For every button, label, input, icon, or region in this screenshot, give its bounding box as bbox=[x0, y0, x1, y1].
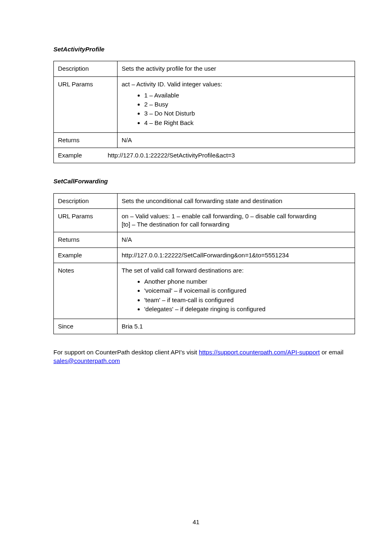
row-value: http://127.0.0.1:22222/SetCallForwarding… bbox=[118, 247, 355, 263]
table-setcallforwarding: Description Sets the unconditional call … bbox=[53, 193, 355, 335]
row-label: URL Params bbox=[54, 208, 118, 232]
table-row: Example http://127.0.0.1:22222/SetActivi… bbox=[54, 148, 355, 163]
row-value: N/A bbox=[118, 132, 355, 148]
row-value: The set of valid call forward destinatio… bbox=[118, 263, 355, 319]
table-row: Returns N/A bbox=[54, 132, 355, 148]
list-item: 3 – Do Not Disturb bbox=[144, 109, 350, 118]
row-label-inline: Example bbox=[58, 152, 82, 159]
table-row: Example http://127.0.0.1:22222/SetCallFo… bbox=[54, 247, 355, 263]
param-intro: act – Activity ID. Valid integer values: bbox=[122, 80, 350, 88]
row-value: Sets the unconditional call forwarding s… bbox=[118, 193, 355, 208]
row-value: on – Valid values: 1 – enable call forwa… bbox=[118, 208, 355, 232]
list-item: 1 – Available bbox=[144, 91, 350, 100]
row-value: Sets the activity profile for the user bbox=[118, 61, 355, 76]
row-label: Returns bbox=[54, 132, 118, 148]
section-heading-setcallforwarding: SetCallForwarding bbox=[53, 177, 355, 185]
example-url: http://127.0.0.1:22222/SetActivityProfil… bbox=[108, 152, 235, 159]
footer-text-mid: or email bbox=[320, 349, 344, 356]
row-value: Bria 5.1 bbox=[118, 319, 355, 334]
row-value: N/A bbox=[118, 232, 355, 247]
section-heading-setactivityprofile: SetActivityProfile bbox=[53, 45, 355, 53]
row-label: Since bbox=[54, 319, 118, 334]
list-item: 4 – Be Right Back bbox=[144, 118, 350, 127]
list-item: Another phone number bbox=[144, 277, 350, 286]
row-label: Description bbox=[54, 61, 118, 76]
list-item: 'delegates' – if delegate ringing is con… bbox=[144, 305, 350, 314]
list-item: 2 – Busy bbox=[144, 100, 350, 109]
row-label: Notes bbox=[54, 263, 118, 319]
example-cell: Example http://127.0.0.1:22222/SetActivi… bbox=[54, 148, 355, 163]
param-line: [to] – The destination for call forwardi… bbox=[122, 220, 350, 229]
list-item: 'voicemail' – if voicemail is configured bbox=[144, 286, 350, 295]
table-row: Description Sets the activity profile fo… bbox=[54, 61, 355, 76]
table-row: URL Params act – Activity ID. Valid inte… bbox=[54, 76, 355, 132]
row-label: Example bbox=[54, 247, 118, 263]
footer-support-note: For support on CounterPath desktop clien… bbox=[53, 348, 355, 365]
row-value: act – Activity ID. Valid integer values:… bbox=[118, 76, 355, 132]
row-label: URL Params bbox=[54, 76, 118, 132]
table-setactivityprofile: Description Sets the activity profile fo… bbox=[53, 61, 355, 163]
page-number: 41 bbox=[0, 518, 392, 526]
table-row: Returns N/A bbox=[54, 232, 355, 247]
sales-email-link[interactable]: sales@counterpath.com bbox=[53, 357, 120, 364]
param-line: on – Valid values: 1 – enable call forwa… bbox=[122, 212, 350, 220]
table-row: Notes The set of valid call forward dest… bbox=[54, 263, 355, 319]
support-link[interactable]: https://support.counterpath.com/API-supp… bbox=[199, 349, 320, 356]
table-row: URL Params on – Valid values: 1 – enable… bbox=[54, 208, 355, 232]
notes-intro: The set of valid call forward destinatio… bbox=[122, 266, 350, 275]
table-row: Since Bria 5.1 bbox=[54, 319, 355, 334]
list-item: 'team' – if team-call is configured bbox=[144, 296, 350, 305]
footer-text: For support on CounterPath desktop clien… bbox=[53, 349, 199, 356]
row-label: Description bbox=[54, 193, 118, 208]
row-label: Returns bbox=[54, 232, 118, 247]
table-row: Description Sets the unconditional call … bbox=[54, 193, 355, 208]
